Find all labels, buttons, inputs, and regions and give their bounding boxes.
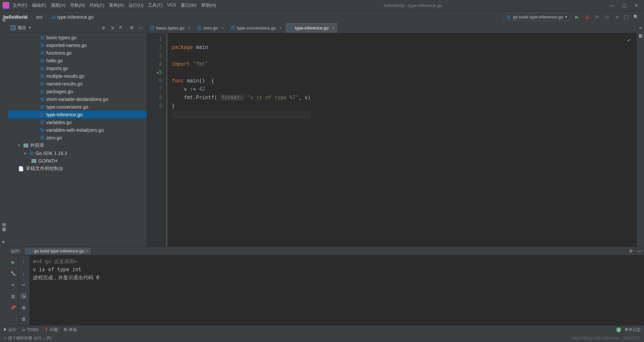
ok-check-icon: ✔ [627,37,631,43]
file-exported-names-go[interactable]: exported-names.go [8,41,147,49]
window-title: helloWorld - type-inference.go [216,3,610,8]
console-header: ⊞<4 go 设置调用> [33,258,641,266]
go-file-icon [40,136,44,140]
run-tab[interactable]: go build type-inference.go× [25,248,91,254]
file-basic-types-go[interactable]: basic-types.go [8,34,147,41]
run-config-dropdown[interactable]: go build type-inference.go ▼ [503,13,570,21]
menu-edit[interactable]: 编辑(E) [32,2,46,8]
stop-icon[interactable]: ■ [614,14,620,20]
up-icon[interactable]: ↑ [20,259,26,265]
layout-icon[interactable]: ▥ [10,293,16,299]
project-sidebar: 项目 ▼ ⊕ ⇲ ⇱ ⚙ — basic-types.goexported-na… [8,23,147,246]
debug-icon[interactable]: 🐞 [584,14,590,20]
scratch-icon: 📄 [18,166,24,171]
code-body[interactable]: package main import "fmt" func main() { … [168,33,311,246]
gopath[interactable]: GOPATH [8,157,147,165]
file-named-results-go[interactable]: named-results.go [8,80,147,88]
go-file-icon [51,15,55,19]
close-icon[interactable]: ✕ [634,3,639,8]
console-output[interactable]: ⊞<4 go 设置调用> v is of type int 进程完成，并显示退出… [30,255,644,325]
wrench-icon[interactable]: 🔧 [10,270,16,276]
menu-view[interactable]: 视图(V) [51,2,65,8]
gear-icon[interactable]: ⚙ [128,25,135,30]
coverage-icon[interactable]: ↻ [594,14,600,20]
gutter-run-icon[interactable]: 5 [147,68,162,77]
crumb-file[interactable]: type-inference.go [57,14,94,20]
terminal-tool-button[interactable]: ⌘ 终端 [63,327,76,333]
hide-icon[interactable]: — [637,248,641,253]
print-icon[interactable]: 🖶 [20,304,26,310]
menu-navigate[interactable]: 导航(N) [70,2,85,8]
search-icon[interactable]: 🔍 [633,14,639,20]
code-editor[interactable]: 12 34 5 67 89 package main import "fmt" … [147,33,637,246]
menu-refactor[interactable]: 重构(R) [109,2,124,8]
todo-tool-button[interactable]: ≔ TODO [22,328,39,332]
profile-icon[interactable]: ◷ [604,14,610,20]
stop-icon[interactable]: ■ [10,282,16,288]
menu-run[interactable]: 运行(U) [128,2,143,8]
go-file-icon [231,26,235,30]
file-zero-go[interactable]: zero.go [8,134,147,141]
tab-type-conversions-go[interactable]: type-conversions.go× [227,23,285,33]
crumb-project[interactable]: helloWorld [3,14,28,20]
run-toolbar: ▶ 🔧 ■ ▥ 📌 ↑ ↓ ↩ ⇲ 🖶 🗑 [8,255,30,325]
file-hello-go[interactable]: hello.go [8,57,147,64]
chevron-down-icon[interactable]: ▼ [28,26,32,30]
crumb-src[interactable]: src [36,14,43,20]
file-variables-go[interactable]: variables.go [8,118,147,126]
close-tab-icon[interactable]: × [86,248,88,253]
editor-area: basic-types.go×zero.go×type-conversions.… [147,23,637,246]
close-tab-icon[interactable]: × [332,25,335,31]
file-functions-go[interactable]: functions.go [8,49,147,57]
maximize-icon[interactable]: ▢ [622,3,627,8]
expand-icon[interactable]: ⇲ [109,25,115,30]
menu-file[interactable]: 文件(F) [13,2,27,8]
tab-zero-go[interactable]: zero.go× [194,23,227,33]
file-type-inference-go[interactable]: type-inference.go [8,111,147,118]
file-variables-with-initializers-go[interactable]: variables-with-initializers.go [8,126,147,134]
star-icon[interactable]: ★ [1,239,7,244]
tab-basic-types-go[interactable]: basic-types.go× [147,23,194,33]
file-packages-go[interactable]: packages.go [8,88,147,95]
go-sdk[interactable]: ▸Go SDK 1.16.2 [8,149,147,157]
run-icon[interactable]: ▶ [574,14,580,20]
collapse-icon[interactable]: ⇱ [117,25,124,30]
file-imports-go[interactable]: imports.go [8,64,147,72]
tab-type-inference-go[interactable]: type-inference.go× [285,23,338,33]
scratch-files[interactable]: 📄草稿文件和控制台 [8,165,147,172]
run-tool-button[interactable]: ▶ 运行 [3,327,16,333]
minimize-icon[interactable]: — [610,3,614,8]
problems-tool-button[interactable]: ❗ 问题 [44,327,58,333]
event-log-button[interactable]: 事件日志 [625,327,641,333]
file-multiple-results-go[interactable]: multiple-results.go [8,72,147,80]
go-file-icon [40,97,44,101]
close-tab-icon[interactable]: × [279,25,282,31]
go-file-icon [150,26,154,30]
project-tree[interactable]: basic-types.goexported-names.gofunctions… [8,33,147,246]
pin-icon[interactable]: 📌 [10,304,16,310]
menu-window[interactable]: 窗口(W) [181,2,197,8]
split-icon[interactable] [625,15,629,19]
scroll-icon[interactable]: ⇲ [20,293,26,299]
menu-help[interactable]: 帮助(H) [201,2,216,8]
file-short-variable-declarations-go[interactable]: short-variable-declarations.go [8,95,147,103]
file-type-conversions-go[interactable]: type-conversions.go [8,103,147,111]
project-label[interactable]: 项目 [17,25,26,31]
run-panel-label: 运行: [11,248,21,254]
rerun-icon[interactable]: ▶ [10,259,16,265]
hide-icon[interactable]: — [137,25,144,30]
right-tool-strip: ≡ 数据库 [637,23,644,246]
soft-wrap-icon[interactable]: ↩ [20,282,26,288]
trash-icon[interactable]: 🗑 [20,316,26,322]
gear-icon[interactable]: ⚙ [629,248,633,253]
close-tab-icon[interactable]: × [188,25,191,31]
menu-code[interactable]: 代码(C) [90,2,104,8]
app-logo-icon [3,2,9,9]
target-icon[interactable]: ⊕ [100,25,107,30]
db-icon[interactable]: ≡ [639,25,642,31]
close-tab-icon[interactable]: × [221,25,224,31]
down-icon[interactable]: ↓ [20,270,26,276]
menu-tools[interactable]: 工具(T) [148,2,162,8]
menu-vcs[interactable]: VCS [167,2,176,8]
external-libs[interactable]: ▾外部库 [8,141,147,149]
